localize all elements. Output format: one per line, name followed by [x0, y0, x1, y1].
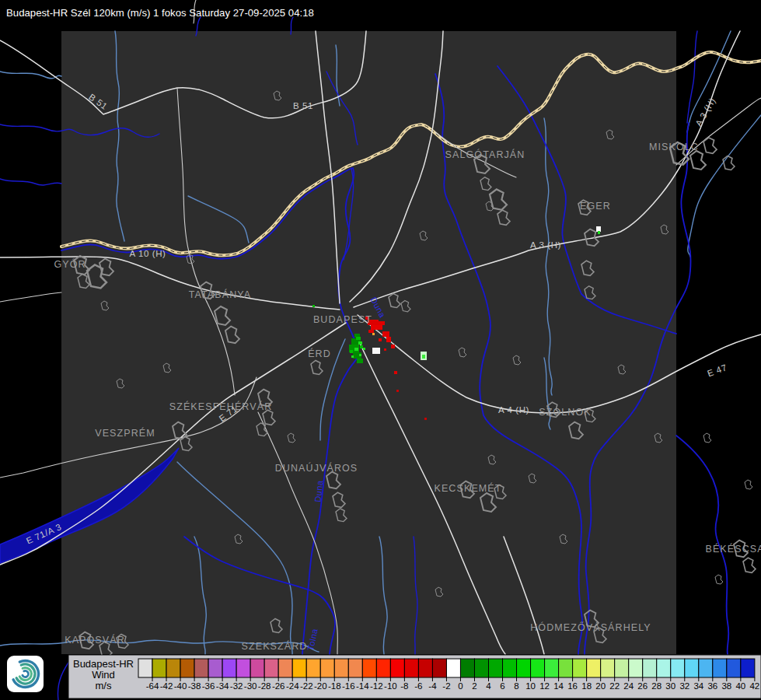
- radar-echo: [396, 390, 399, 392]
- city-label: DUNAÚJVÁROS: [275, 462, 358, 474]
- city-label: VESZPRÉM: [95, 427, 155, 439]
- legend-cell: [376, 659, 390, 677]
- legend-cell: [138, 659, 152, 677]
- legend-cell: [306, 659, 320, 677]
- radar-echo: [351, 355, 354, 358]
- legend-tick-label: 34: [693, 681, 703, 691]
- legend-tick-label: -4: [428, 681, 437, 691]
- legend-tick-label: 10: [525, 681, 536, 691]
- legend-cell: [601, 659, 615, 677]
- radar-echo: [357, 359, 363, 363]
- legend-colorbar: -64-42-40-38-36-34-32-30-28-26-24-22-20-…: [138, 659, 759, 691]
- legend-cell: [699, 659, 713, 677]
- city-label: SALGÓTARJÁN: [445, 149, 525, 160]
- radar-echo: [312, 305, 315, 307]
- legend-cell: [250, 659, 264, 677]
- legend-cell: [474, 659, 488, 677]
- legend-tick-label: 14: [553, 681, 564, 691]
- radar-echo: [356, 337, 361, 340]
- legend-tick-label: -32: [230, 681, 243, 691]
- radar-echo: [371, 325, 382, 330]
- legend-cell: [334, 659, 348, 677]
- radar-echo: [394, 371, 397, 374]
- legend-cell: [166, 659, 180, 677]
- legend-cell: [194, 659, 208, 677]
- legend-cell: [545, 659, 559, 677]
- legend-tick-label: -36: [202, 681, 215, 691]
- radar-echo: [368, 330, 374, 333]
- road-label: A 10 (H): [130, 249, 166, 258]
- radar-echo: [350, 350, 353, 353]
- legend-tick-label: -2: [442, 681, 450, 691]
- city-label: SZOLNOK: [539, 407, 591, 418]
- city-label: BÉKÉSCSABA: [705, 543, 761, 555]
- legend-tick-label: 26: [637, 681, 648, 691]
- legend-cell: [531, 659, 545, 677]
- radar-echo: [372, 333, 375, 335]
- legend-tick-label: -26: [272, 681, 285, 691]
- legend-cell: [573, 659, 587, 677]
- legend-cell: [741, 659, 755, 677]
- radar-echo: [359, 354, 361, 356]
- legend-tick-label: -22: [300, 681, 313, 691]
- radar-echo: [598, 231, 600, 234]
- radar-echo: [384, 348, 386, 351]
- legend-cell: [208, 659, 222, 677]
- city-label: BUDAPEST: [313, 314, 372, 325]
- legend-cell: [404, 659, 418, 677]
- legend-cell: [503, 659, 517, 677]
- legend-tick-label: -20: [314, 681, 327, 691]
- legend-tick-label: 0: [458, 681, 463, 691]
- legend-tick-label: 20: [595, 681, 606, 691]
- legend-cell: [615, 659, 629, 677]
- legend-cell: [517, 659, 531, 677]
- legend-cell: [236, 659, 250, 677]
- legend-cell: [180, 659, 194, 677]
- legend-tick-label: -38: [188, 681, 201, 691]
- radar-image: GYŐRSALGÓTARJÁNMISKOLCEGERTATABÁNYABUDAP…: [0, 0, 761, 700]
- legend-tick-label: -6: [414, 681, 422, 691]
- legend-tick-label: -8: [400, 681, 408, 691]
- legend-tick-label: -12: [370, 681, 383, 691]
- legend-cell: [489, 659, 503, 677]
- image-title: Budapest-HR Szél 120km (m/s) 1 fokos Sat…: [6, 7, 314, 19]
- legend-cell: [222, 659, 236, 677]
- city-label: HÓDMEZŐVÁSÁRHELY: [530, 621, 651, 633]
- radar-echo: [386, 337, 391, 342]
- city-label: TATABÁNYA: [189, 289, 252, 300]
- legend-cell: [727, 659, 741, 677]
- legend-cell: [587, 659, 601, 677]
- legend-tick-label: 2: [472, 681, 476, 691]
- legend-cell: [559, 659, 573, 677]
- legend-cell: [362, 659, 376, 677]
- legend-cell: [713, 659, 727, 677]
- legend-tick-label: 8: [514, 681, 518, 691]
- legend-cell: [643, 659, 657, 677]
- met-logo: [7, 656, 44, 692]
- legend-tick-label: -16: [342, 681, 355, 691]
- legend-tick-label: 24: [623, 681, 634, 691]
- radar-echo: [422, 355, 425, 359]
- legend-tick-label: 16: [567, 681, 578, 691]
- legend-cell: [629, 659, 643, 677]
- legend-tick-label: 36: [707, 681, 717, 691]
- legend-tick-label: 30: [665, 681, 675, 691]
- radar-echo: [354, 348, 358, 351]
- legend-cell: [348, 659, 362, 677]
- radar-echo: [360, 345, 363, 348]
- legend-cell: [657, 659, 671, 677]
- legend-tick-label: 28: [651, 681, 662, 691]
- legend-cell: [264, 659, 278, 677]
- legend-tick-label: 12: [539, 681, 550, 691]
- radar-echo: [391, 345, 395, 348]
- radar-echo: [378, 321, 385, 325]
- legend-cell: [292, 659, 306, 677]
- legend-product: Wind: [92, 669, 115, 681]
- legend-station: Budapest-HR: [73, 658, 134, 670]
- legend-tick-label: 22: [609, 681, 620, 691]
- radar-echo: [379, 338, 382, 341]
- legend-tick-label: 42: [749, 681, 759, 691]
- city-label: GYŐR: [54, 258, 86, 270]
- legend: Budapest-HR Wind m/s -64-42-40-38-36-34-…: [68, 655, 761, 698]
- city-label: ÉRD: [308, 348, 331, 359]
